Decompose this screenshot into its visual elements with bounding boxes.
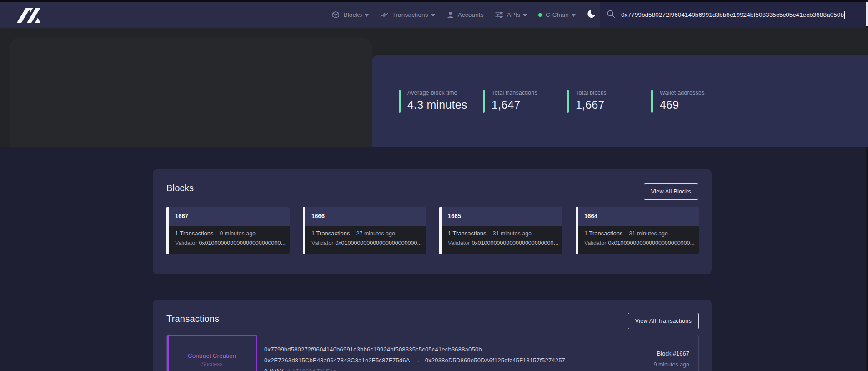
- block-card-body: 1 Transactions31 minutes ago Validator0x…: [439, 226, 562, 254]
- from-address[interactable]: 0x2E7263d815CbB43a9647843C8a1e2F5c87F75d…: [264, 357, 410, 364]
- nav-item-accounts[interactable]: Accounts: [447, 11, 484, 19]
- blocks-title: Blocks: [166, 183, 194, 193]
- block-age: 27 minutes ago: [356, 230, 395, 237]
- block-card-accent-bar: [303, 207, 305, 254]
- sliders-icon: [495, 11, 503, 18]
- nav-item-transactions[interactable]: Transactions: [380, 11, 435, 19]
- chevron-down-icon: [523, 14, 527, 17]
- block-tx-count: 1 Transactions: [584, 230, 623, 237]
- block-card-body: 1 Transactions27 minutes ago Validator0x…: [303, 226, 426, 254]
- block-card-body: 1 Transactions31 minutes ago Validator0x…: [576, 226, 699, 254]
- chevron-down-icon: [365, 14, 369, 17]
- transaction-status: Success: [167, 361, 256, 367]
- block-card: 1664 1 Transactions31 minutes ago Valida…: [576, 207, 699, 254]
- block-card-accent-bar: [439, 207, 442, 254]
- transaction-block-link[interactable]: Block #1667: [653, 350, 689, 357]
- nav-item-blocks[interactable]: Blocks: [332, 11, 369, 19]
- nav-item-label: Blocks: [343, 11, 362, 18]
- block-tx-count: 1 Transactions: [175, 230, 214, 237]
- nav-item-c-chain[interactable]: C-Chain: [538, 11, 576, 18]
- stats-row: Average block time 4.3 minutes Total tra…: [399, 90, 735, 113]
- search-icon: [607, 10, 615, 20]
- transaction-meta: Block #1667 9 minutes ago: [653, 350, 689, 368]
- nav-item-label: C-Chain: [546, 11, 569, 18]
- validator-label: Validator: [311, 240, 333, 246]
- stat-label: Wallet addresses: [660, 90, 705, 96]
- transaction-amount: 0 AVAX: [264, 368, 284, 371]
- validator-hash[interactable]: 0x010000000000000000000000...: [335, 240, 421, 246]
- validator-label: Validator: [448, 240, 470, 246]
- stat-value: 1,667: [576, 98, 607, 112]
- stat-label: Total transactions: [492, 90, 537, 96]
- blocks-panel: Blocks View All Blocks 1667 1 Transactio…: [153, 169, 712, 274]
- stat-accent-bar: [483, 90, 485, 113]
- block-number-link[interactable]: 1665: [439, 207, 562, 226]
- transaction-row: Contract Creation Success 0x7799bd580272…: [166, 335, 699, 371]
- transaction-hash-link[interactable]: 0x7799bd580272f9604140b6991d3bb6c19924bf…: [264, 344, 565, 355]
- stat-accent-bar: [651, 90, 653, 113]
- nav-item-label: Accounts: [458, 11, 484, 18]
- nav-item-label: Transactions: [392, 11, 428, 18]
- validator-hash[interactable]: 0x010000000000000000000000...: [199, 240, 285, 246]
- search-input[interactable]: 0x7799bd580272f9604140b6991d3bb6c19924bf…: [621, 11, 844, 18]
- block-card: 1666 1 Transactions27 minutes ago Valida…: [303, 207, 426, 254]
- block-number-link[interactable]: 1667: [166, 207, 290, 226]
- block-age: 31 minutes ago: [493, 230, 532, 237]
- stats-panel: Average block time 4.3 minutes Total tra…: [372, 55, 868, 147]
- block-tx-count: 1 Transactions: [448, 230, 487, 237]
- moon-icon: [587, 9, 597, 20]
- chevron-down-icon: [572, 14, 576, 17]
- validator-hash[interactable]: 0x010000000000000000000000...: [472, 240, 558, 246]
- person-icon: [447, 11, 454, 19]
- stat-value: 1,647: [492, 98, 537, 112]
- nav-item-apis[interactable]: APIs: [495, 11, 527, 18]
- view-all-transactions-button[interactable]: View All Transactions: [628, 313, 699, 329]
- stat-label: Total blocks: [576, 90, 607, 96]
- transaction-type: Contract Creation: [167, 352, 256, 359]
- block-card-accent-bar: [166, 207, 169, 254]
- block-age: 9 minutes ago: [220, 230, 256, 237]
- theme-toggle[interactable]: [587, 9, 597, 20]
- transaction-fee: 1.1718604 TX Fee: [287, 368, 336, 371]
- block-tx-count: 1 Transactions: [311, 230, 350, 237]
- block-age: 31 minutes ago: [629, 230, 668, 237]
- avalanche-logo[interactable]: [17, 7, 43, 23]
- nav-item-label: APIs: [507, 11, 520, 18]
- hero-section: Average block time 4.3 minutes Total tra…: [0, 28, 868, 147]
- view-all-blocks-button[interactable]: View All Blocks: [644, 183, 698, 200]
- stat-item: Wallet addresses 469: [651, 90, 735, 113]
- swap-arrows-icon: [380, 11, 388, 19]
- transactions-panel: Transactions View All Transactions Contr…: [153, 300, 712, 371]
- block-card-body: 1 Transactions9 minutes ago Validator0x0…: [166, 226, 290, 254]
- validator-label: Validator: [584, 240, 606, 246]
- validator-hash[interactable]: 0x010000000000000000000000...: [608, 240, 694, 246]
- block-number-link[interactable]: 1664: [576, 207, 699, 226]
- search-bar[interactable]: 0x7799bd580272f9604140b6991d3bb6c19924bf…: [600, 2, 866, 28]
- transaction-accent-bar: [167, 335, 169, 371]
- arrow-right-icon: →: [415, 357, 421, 364]
- validator-label: Validator: [175, 240, 197, 246]
- stat-value: 4.3 minutes: [407, 98, 467, 112]
- stat-label: Average block time: [407, 90, 467, 96]
- navbar: Blocks Transactions: [0, 2, 868, 28]
- stat-value: 469: [660, 98, 705, 112]
- chevron-down-icon: [431, 14, 435, 17]
- text-cursor: [844, 11, 845, 19]
- scrollbar-thumb[interactable]: [866, 2, 868, 26]
- block-cards-row: 1667 1 Transactions9 minutes ago Validat…: [166, 207, 699, 254]
- stat-accent-bar: [567, 90, 569, 113]
- stat-item: Total transactions 1,647: [483, 90, 567, 113]
- to-address-link[interactable]: 0x2938eD5D869e50DA6f125dfc45F13157f52742…: [425, 357, 565, 364]
- transactions-title: Transactions: [166, 314, 219, 324]
- transaction-type-box: Contract Creation Success: [167, 335, 257, 371]
- stat-item: Average block time 4.3 minutes: [399, 90, 483, 113]
- block-card: 1665 1 Transactions31 minutes ago Valida…: [439, 207, 562, 254]
- block-number-link[interactable]: 1666: [303, 207, 426, 226]
- transaction-age: 9 minutes ago: [653, 361, 689, 368]
- cube-icon: [332, 11, 340, 19]
- hero-chart-placeholder: [10, 38, 372, 147]
- transaction-details: 0x7799bd580272f9604140b6991d3bb6c19924bf…: [264, 344, 565, 371]
- nav-menu: Blocks Transactions: [332, 2, 597, 28]
- block-card-accent-bar: [576, 207, 578, 254]
- stat-item: Total blocks 1,667: [567, 90, 651, 113]
